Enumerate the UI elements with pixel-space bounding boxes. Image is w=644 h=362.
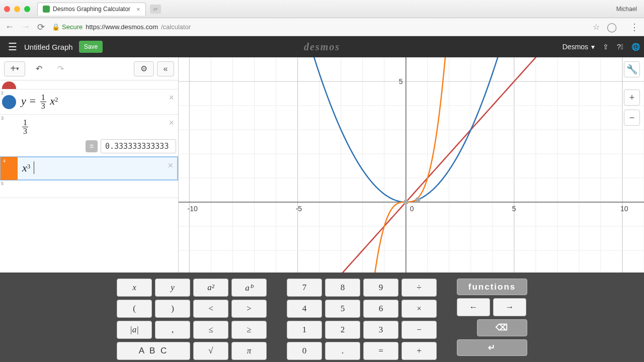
share-icon[interactable]: ⇪ [603, 43, 609, 51]
add-expression-button[interactable]: +▾ [4, 61, 25, 76]
expression-row-active[interactable]: 4 × x3 [0, 156, 178, 180]
key-y[interactable]: y [155, 279, 190, 297]
tab-close-icon[interactable]: × [136, 6, 140, 13]
address-bar[interactable]: 🔒 Secure https://www.desmos.com/calculat… [52, 22, 600, 32]
color-swatch-icon[interactable] [2, 81, 16, 89]
expression-toolbar: +▾ ↶ ↷ ⚙ « [0, 57, 178, 80]
favicon-icon [43, 6, 50, 13]
help-icon[interactable]: ?⃝ [617, 43, 623, 51]
key-backspace[interactable]: ⌫ [477, 319, 527, 336]
eval-value: 0.333333333333 [101, 139, 176, 153]
browser-tabstrip: Desmos Graphing Calculator × ▱ Michael [0, 0, 644, 18]
settings-button[interactable]: ⚙ [134, 61, 154, 76]
delete-row-icon[interactable]: × [168, 160, 173, 171]
graph-settings-button[interactable]: 🔧 [624, 61, 640, 77]
forward-button[interactable]: → [21, 22, 30, 32]
color-swatch-icon[interactable] [2, 95, 16, 109]
key-eq[interactable]: = [363, 342, 398, 360]
expression-text: 13 [21, 120, 29, 132]
key-lt[interactable]: < [193, 300, 228, 318]
key-square[interactable]: a² [193, 279, 228, 297]
key-abc[interactable]: A B C [117, 342, 190, 360]
key-7[interactable]: 7 [287, 279, 322, 297]
expression-row[interactable]: 3 × 13 = 0.333333333333 [0, 115, 178, 157]
browser-tab[interactable]: Desmos Graphing Calculator × [37, 3, 146, 16]
key-gt[interactable]: > [231, 300, 267, 318]
key-right[interactable]: → [493, 298, 526, 316]
key-ge[interactable]: ≥ [231, 321, 267, 339]
close-window-icon[interactable] [4, 6, 10, 12]
key-6[interactable]: 6 [363, 300, 398, 318]
key-functions[interactable]: functions [457, 279, 527, 295]
browser-user[interactable]: Michael [613, 5, 640, 14]
back-button[interactable]: ← [5, 22, 14, 32]
zoom-out-button[interactable]: − [624, 110, 640, 126]
key-rparen[interactable]: ) [155, 300, 190, 318]
url-host: https://www.desmos.com [86, 23, 158, 31]
maximize-window-icon[interactable] [24, 6, 30, 12]
chevron-down-icon: ▾ [591, 43, 595, 51]
key-x[interactable]: x [117, 279, 152, 297]
minimize-window-icon[interactable] [14, 6, 20, 12]
app-header: ☰ Untitled Graph Save desmos Desmos ▾ ⇪ … [0, 36, 644, 57]
equals-icon: = [86, 140, 98, 152]
key-3[interactable]: 3 [363, 321, 398, 339]
secure-label: Secure [62, 23, 83, 31]
key-enter[interactable]: ↵ [457, 339, 527, 356]
window-controls [4, 6, 30, 12]
key-comma[interactable]: , [155, 321, 190, 339]
bookmark-star-icon[interactable]: ☆ [593, 22, 600, 32]
save-button[interactable]: Save [79, 41, 103, 53]
zoom-in-button[interactable]: + [624, 89, 640, 106]
key-mul[interactable]: × [401, 300, 437, 318]
keypad-group-digits: 7 8 9 ÷ 4 5 6 × 1 2 3 − 0 . = + [287, 279, 437, 356]
browser-menu-icon[interactable]: ⋮ [630, 22, 639, 33]
expression-row[interactable] [0, 80, 178, 89]
color-swatch-icon[interactable] [3, 162, 16, 175]
key-lparen[interactable]: ( [117, 300, 152, 318]
key-5[interactable]: 5 [325, 300, 360, 318]
svg-text:0: 0 [410, 205, 414, 213]
graph-title[interactable]: Untitled Graph [24, 43, 73, 51]
key-1[interactable]: 1 [287, 321, 322, 339]
keypad-group-fn: functions ← → ⌫ ↵ [457, 279, 527, 356]
undo-button[interactable]: ↶ [28, 61, 49, 76]
key-0[interactable]: 0 [287, 342, 322, 360]
extension-icon[interactable]: ◯ [607, 22, 617, 33]
key-power[interactable]: aᵇ [231, 279, 267, 297]
svg-text:-5: -5 [296, 205, 302, 213]
key-9[interactable]: 9 [363, 279, 398, 297]
svg-text:5: 5 [512, 205, 516, 213]
key-div[interactable]: ÷ [401, 279, 437, 297]
redo-button[interactable]: ↷ [52, 61, 68, 76]
delete-row-icon[interactable]: × [169, 93, 174, 103]
key-dot[interactable]: . [325, 342, 360, 360]
collapse-panel-button[interactable]: « [157, 61, 174, 76]
reload-button[interactable]: ⟳ [37, 22, 45, 33]
new-tab-button[interactable]: ▱ [150, 5, 161, 14]
key-4[interactable]: 4 [287, 300, 322, 318]
svg-text:5: 5 [399, 77, 403, 85]
row-index: 2 [1, 90, 4, 96]
key-plus[interactable]: + [401, 342, 437, 360]
key-2[interactable]: 2 [325, 321, 360, 339]
account-menu[interactable]: Desmos ▾ [562, 43, 595, 51]
delete-row-icon[interactable]: × [169, 118, 174, 128]
globe-icon[interactable]: 🌐 [631, 43, 640, 51]
key-left[interactable]: ← [457, 298, 490, 316]
svg-text:-10: -10 [188, 205, 198, 213]
menu-icon[interactable]: ☰ [4, 39, 21, 55]
expression-row[interactable]: 5 [0, 180, 178, 198]
key-abs[interactable]: |a| [117, 321, 152, 339]
math-keypad: x y a² aᵇ ( ) < > |a| , ≤ ≥ A B C √ π 7 … [0, 273, 644, 362]
secure-badge: 🔒 Secure [52, 23, 83, 31]
key-pi[interactable]: π [231, 342, 267, 360]
key-8[interactable]: 8 [325, 279, 360, 297]
expression-row[interactable]: 2 × y = 13 x2 [0, 89, 178, 115]
key-minus[interactable]: − [401, 321, 437, 339]
expression-text: y = 13 x2 [21, 95, 58, 107]
browser-toolbar: ← → ⟳ 🔒 Secure https://www.desmos.com/ca… [0, 18, 644, 36]
row-index: 5 [1, 181, 4, 186]
key-le[interactable]: ≤ [193, 321, 228, 339]
key-sqrt[interactable]: √ [193, 342, 228, 360]
